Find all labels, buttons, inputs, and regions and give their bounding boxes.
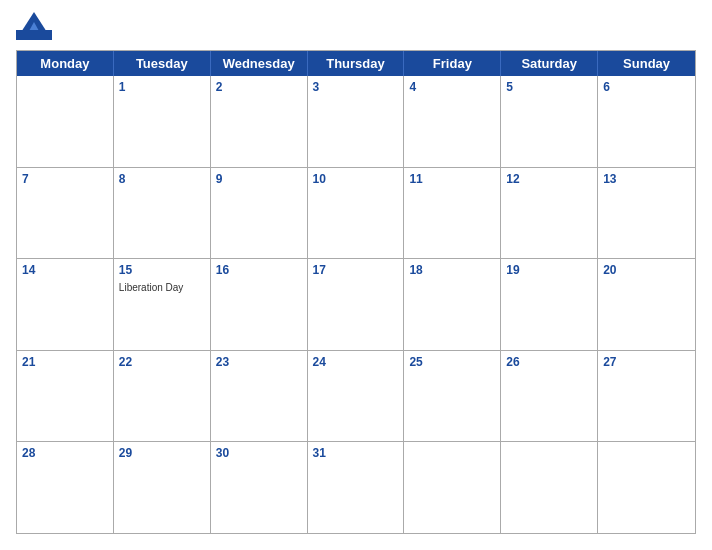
day-header-tuesday: Tuesday xyxy=(114,51,211,76)
day-number: 11 xyxy=(409,171,495,188)
day-cell-20: 20 xyxy=(598,259,695,350)
day-cell-empty-0-0 xyxy=(17,76,114,167)
day-number: 26 xyxy=(506,354,592,371)
day-cell-12: 12 xyxy=(501,168,598,259)
day-number: 31 xyxy=(313,445,399,462)
day-number: 4 xyxy=(409,79,495,96)
day-cell-25: 25 xyxy=(404,351,501,442)
day-number: 25 xyxy=(409,354,495,371)
day-header-monday: Monday xyxy=(17,51,114,76)
day-cell-2: 2 xyxy=(211,76,308,167)
day-cell-13: 13 xyxy=(598,168,695,259)
day-cell-9: 9 xyxy=(211,168,308,259)
day-header-thursday: Thursday xyxy=(308,51,405,76)
day-number: 14 xyxy=(22,262,108,279)
day-number: 21 xyxy=(22,354,108,371)
day-number: 27 xyxy=(603,354,690,371)
day-cell-7: 7 xyxy=(17,168,114,259)
day-number: 22 xyxy=(119,354,205,371)
calendar-weeks: 123456789101112131415Liberation Day16171… xyxy=(17,76,695,533)
day-number: 7 xyxy=(22,171,108,188)
day-number: 17 xyxy=(313,262,399,279)
day-cell-16: 16 xyxy=(211,259,308,350)
day-cell-28: 28 xyxy=(17,442,114,533)
logo xyxy=(16,12,56,40)
day-header-friday: Friday xyxy=(404,51,501,76)
day-number: 18 xyxy=(409,262,495,279)
day-number: 8 xyxy=(119,171,205,188)
day-cell-11: 11 xyxy=(404,168,501,259)
day-headers-row: MondayTuesdayWednesdayThursdayFridaySatu… xyxy=(17,51,695,76)
day-cell-empty-4-4 xyxy=(404,442,501,533)
day-number: 6 xyxy=(603,79,690,96)
week-row-5: 28293031 xyxy=(17,441,695,533)
day-number: 16 xyxy=(216,262,302,279)
day-number: 5 xyxy=(506,79,592,96)
logo-icon xyxy=(16,12,52,40)
day-cell-17: 17 xyxy=(308,259,405,350)
day-header-sunday: Sunday xyxy=(598,51,695,76)
day-number: 10 xyxy=(313,171,399,188)
day-header-wednesday: Wednesday xyxy=(211,51,308,76)
day-cell-4: 4 xyxy=(404,76,501,167)
holiday-label: Liberation Day xyxy=(119,281,205,294)
day-cell-10: 10 xyxy=(308,168,405,259)
day-number: 30 xyxy=(216,445,302,462)
week-row-2: 78910111213 xyxy=(17,167,695,259)
day-cell-30: 30 xyxy=(211,442,308,533)
day-cell-3: 3 xyxy=(308,76,405,167)
day-header-saturday: Saturday xyxy=(501,51,598,76)
day-number: 1 xyxy=(119,79,205,96)
day-cell-8: 8 xyxy=(114,168,211,259)
day-cell-15: 15Liberation Day xyxy=(114,259,211,350)
day-number: 19 xyxy=(506,262,592,279)
day-number: 29 xyxy=(119,445,205,462)
day-cell-21: 21 xyxy=(17,351,114,442)
svg-rect-2 xyxy=(16,30,52,40)
day-cell-24: 24 xyxy=(308,351,405,442)
day-cell-23: 23 xyxy=(211,351,308,442)
day-number: 23 xyxy=(216,354,302,371)
day-number: 20 xyxy=(603,262,690,279)
day-cell-29: 29 xyxy=(114,442,211,533)
day-cell-5: 5 xyxy=(501,76,598,167)
day-number: 2 xyxy=(216,79,302,96)
day-number: 3 xyxy=(313,79,399,96)
week-row-4: 21222324252627 xyxy=(17,350,695,442)
day-cell-18: 18 xyxy=(404,259,501,350)
day-number: 9 xyxy=(216,171,302,188)
day-number: 24 xyxy=(313,354,399,371)
week-row-1: 123456 xyxy=(17,76,695,167)
day-cell-empty-4-5 xyxy=(501,442,598,533)
day-cell-31: 31 xyxy=(308,442,405,533)
day-cell-26: 26 xyxy=(501,351,598,442)
day-number: 15 xyxy=(119,262,205,279)
day-cell-22: 22 xyxy=(114,351,211,442)
day-number: 28 xyxy=(22,445,108,462)
day-cell-empty-4-6 xyxy=(598,442,695,533)
calendar-grid: MondayTuesdayWednesdayThursdayFridaySatu… xyxy=(16,50,696,534)
day-number: 12 xyxy=(506,171,592,188)
day-cell-1: 1 xyxy=(114,76,211,167)
day-cell-19: 19 xyxy=(501,259,598,350)
day-cell-14: 14 xyxy=(17,259,114,350)
week-row-3: 1415Liberation Day1617181920 xyxy=(17,258,695,350)
day-cell-6: 6 xyxy=(598,76,695,167)
calendar-header xyxy=(16,12,696,40)
day-cell-27: 27 xyxy=(598,351,695,442)
day-number: 13 xyxy=(603,171,690,188)
